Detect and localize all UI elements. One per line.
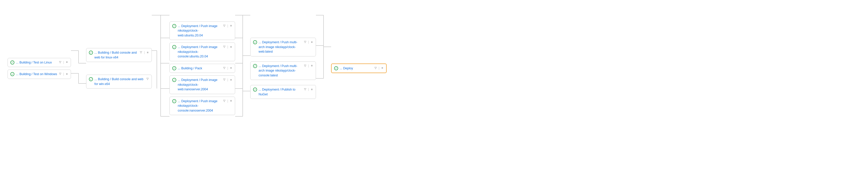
node-title-pack: ... Building / Pack bbox=[178, 66, 221, 71]
log-btn-test-windows[interactable]: ≡ bbox=[65, 72, 68, 76]
check-icon-publish-nuget: ✓ bbox=[253, 87, 257, 91]
node-publish-nuget[interactable]: ✓ ... Deployment / Publish to NuGet ▽ | … bbox=[250, 85, 316, 99]
dropdown-btn-push-web-ubuntu[interactable]: ▽ bbox=[223, 24, 226, 28]
dropdown-btn-push-web-latest[interactable]: ▽ bbox=[304, 40, 307, 44]
connector-col2-col3 bbox=[152, 5, 169, 132]
node-push-web-ubuntu[interactable]: ✓ ... Deployment / Push image nikolayp/c… bbox=[169, 22, 235, 40]
log-btn-push-web-latest[interactable]: ≡ bbox=[310, 40, 313, 44]
node-title-push-console-nano: ... Deployment / Push image nikolayp/clo… bbox=[178, 99, 221, 113]
column-3: ✓ ... Deployment / Push image nikolayp/c… bbox=[169, 22, 235, 115]
node-pack[interactable]: ✓ ... Building / Pack ▽ | ≡ bbox=[169, 64, 235, 73]
check-icon-test-linux: ✓ bbox=[10, 60, 14, 64]
node-test-windows[interactable]: ✓ ... Building / Test on Windows ▽ | ≡ bbox=[7, 70, 71, 79]
node-test-linux[interactable]: ✓ ... Building / Test on Linux ▽ | ≡ bbox=[7, 58, 71, 67]
pipeline-container: ✓ ... Building / Test on Linux ▽ | ≡ ✓ .… bbox=[0, 0, 868, 137]
connector-col4-col5 bbox=[316, 5, 331, 106]
check-icon-push-web-nano: ✓ bbox=[172, 78, 176, 82]
check-icon-test-windows: ✓ bbox=[10, 72, 14, 76]
node-title-test-windows: ... Building / Test on Windows bbox=[16, 72, 57, 77]
check-icon-push-web-latest: ✓ bbox=[253, 40, 257, 44]
node-title-push-web-ubuntu: ... Deployment / Push image nikolayp/clo… bbox=[178, 24, 221, 38]
node-title-push-web-nano: ... Deployment / Push image nikolayp/clo… bbox=[178, 78, 221, 92]
log-btn-test-linux[interactable]: ≡ bbox=[65, 60, 68, 64]
node-push-console-latest[interactable]: ✓ ... Deployment / Push multi-arch image… bbox=[250, 61, 316, 80]
node-title-build-win: ... Building / Build console and web for… bbox=[94, 77, 145, 86]
column-1: ✓ ... Building / Test on Linux ▽ | ≡ ✓ .… bbox=[7, 58, 71, 79]
node-deploy[interactable]: ✓ ... Deploy ▽ | ≡ bbox=[331, 63, 386, 73]
check-icon-push-console-latest: ✓ bbox=[253, 64, 257, 68]
check-icon-push-console-ubuntu: ✓ bbox=[172, 45, 176, 49]
column-5: ✓ ... Deploy ▽ | ≡ bbox=[331, 63, 386, 73]
check-icon-pack: ✓ bbox=[172, 66, 176, 70]
log-btn-build-linux[interactable]: ≡ bbox=[146, 51, 149, 54]
dropdown-btn-publish-nuget[interactable]: ▽ bbox=[304, 87, 307, 91]
connector-col1-col2 bbox=[71, 43, 86, 93]
log-btn-push-console-latest[interactable]: ≡ bbox=[310, 64, 313, 67]
node-title-deploy: ... Deploy bbox=[340, 66, 372, 71]
dropdown-btn-build-win[interactable]: ▽ bbox=[146, 77, 149, 81]
check-icon-push-console-nano: ✓ bbox=[172, 99, 176, 103]
dropdown-btn-test-linux[interactable]: ▽ bbox=[59, 60, 62, 64]
connector-col3-col4 bbox=[235, 5, 250, 132]
dropdown-btn-build-linux[interactable]: ▽ bbox=[140, 50, 143, 54]
column-2: ✓ ... Building / Build console and web f… bbox=[86, 48, 152, 88]
node-push-web-nano[interactable]: ✓ ... Deployment / Push image nikolayp/c… bbox=[169, 75, 235, 94]
node-push-console-ubuntu[interactable]: ✓ ... Deployment / Push image nikolayp/c… bbox=[169, 43, 235, 61]
dropdown-btn-push-console-ubuntu[interactable]: ▽ bbox=[223, 45, 226, 49]
node-title-push-console-ubuntu: ... Deployment / Push image nikolayp/clo… bbox=[178, 45, 221, 59]
log-btn-push-console-nano[interactable]: ≡ bbox=[229, 99, 232, 103]
node-build-linux[interactable]: ✓ ... Building / Build console and web f… bbox=[86, 48, 152, 62]
dropdown-btn-push-console-latest[interactable]: ▽ bbox=[304, 64, 307, 67]
log-btn-deploy[interactable]: ≡ bbox=[381, 66, 383, 70]
check-icon-deploy: ✓ bbox=[334, 66, 338, 70]
node-push-console-nano[interactable]: ✓ ... Deployment / Push image nikolayp/c… bbox=[169, 96, 235, 115]
dropdown-btn-push-web-nano[interactable]: ▽ bbox=[223, 78, 226, 81]
node-title-test-linux: ... Building / Test on Linux bbox=[16, 60, 57, 65]
dropdown-btn-push-console-nano[interactable]: ▽ bbox=[223, 99, 226, 103]
log-btn-pack[interactable]: ≡ bbox=[229, 66, 232, 70]
log-btn-publish-nuget[interactable]: ≡ bbox=[310, 87, 313, 91]
node-build-win[interactable]: ✓ ... Building / Build console and web f… bbox=[86, 75, 152, 88]
node-title-publish-nuget: ... Deployment / Publish to NuGet bbox=[258, 87, 302, 96]
log-btn-push-console-ubuntu[interactable]: ≡ bbox=[229, 45, 232, 49]
check-icon-build-linux: ✓ bbox=[89, 51, 93, 55]
node-title-build-linux: ... Building / Build console and web for… bbox=[94, 50, 138, 60]
check-icon-push-web-ubuntu: ✓ bbox=[172, 24, 176, 28]
node-push-web-latest[interactable]: ✓ ... Deployment / Push multi-arch image… bbox=[250, 38, 316, 56]
dropdown-btn-deploy[interactable]: ▽ bbox=[374, 66, 377, 70]
dropdown-btn-test-windows[interactable]: ▽ bbox=[59, 72, 62, 76]
log-btn-push-web-nano[interactable]: ≡ bbox=[229, 78, 232, 81]
node-title-push-web-latest: ... Deployment / Push multi-arch image n… bbox=[258, 40, 302, 54]
check-icon-build-win: ✓ bbox=[89, 77, 93, 81]
column-4: ✓ ... Deployment / Push multi-arch image… bbox=[250, 38, 316, 99]
dropdown-btn-pack[interactable]: ▽ bbox=[223, 66, 226, 70]
node-title-push-console-latest: ... Deployment / Push multi-arch image n… bbox=[258, 64, 302, 78]
log-btn-push-web-ubuntu[interactable]: ≡ bbox=[229, 24, 232, 27]
